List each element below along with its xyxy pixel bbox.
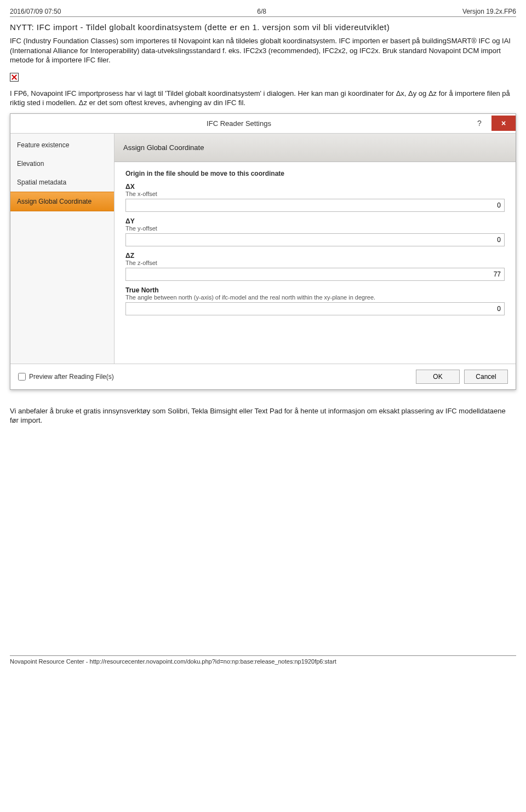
help-icon[interactable]: ? [467,116,491,131]
dialog-titlebar: IFC Reader Settings ? × [10,114,516,134]
dialog-sidebar: Feature existence Elevation Spatial meta… [10,134,115,364]
panel-banner: Assign Global Coordinate [115,134,516,162]
header-version: Versjon 19.2x.FP6 [462,8,516,15]
dx-label: ΔX [125,183,505,191]
cancel-button[interactable]: Cancel [464,370,508,384]
close-icon[interactable]: × [491,116,516,131]
section-heading: NYTT: IFC import - Tildel globalt koordi… [10,22,516,32]
page-header: 2016/07/09 07:50 6/8 Versjon 19.2x.FP6 [10,8,516,17]
field-group-dz: ΔZ The z-offset [125,252,505,281]
dx-hint: The x-offset [125,191,505,197]
page-footer: Novapoint Resource Center - http://resou… [10,655,516,665]
dialog-title-text: IFC Reader Settings [163,119,315,128]
broken-image-icon [10,73,19,82]
paragraph-2: I FP6, Novapoint IFC importprosess har v… [10,89,516,108]
sidebar-item-feature-existence[interactable]: Feature existence [10,136,114,154]
form-intro: Origin in the file should be move to thi… [125,170,505,177]
ifc-reader-settings-dialog: IFC Reader Settings ? × Feature existenc… [10,113,516,390]
ok-button[interactable]: OK [416,370,460,384]
true-north-hint: The angle between north (y-axis) of ifc-… [125,294,505,301]
preview-checkbox-wrapper[interactable]: Preview after Reading File(s) [18,373,114,381]
dz-label: ΔZ [125,252,505,260]
true-north-label: True North [125,286,505,294]
dy-input[interactable] [125,233,505,246]
dy-hint: The y-offset [125,225,505,232]
sidebar-item-assign-global-coordinate[interactable]: Assign Global Coordinate [10,192,114,211]
true-north-input[interactable] [125,302,505,315]
sidebar-item-spatial-metadata[interactable]: Spatial metadata [10,173,114,192]
preview-checkbox[interactable] [18,373,26,381]
paragraph-1: IFC (Industry Foundation Classes) som im… [10,36,516,65]
panel-banner-text: Assign Global Coordinate [123,143,204,152]
dz-input[interactable] [125,268,505,281]
field-group-true-north: True North The angle between north (y-ax… [125,286,505,315]
dz-hint: The z-offset [125,260,505,266]
field-group-dx: ΔX The x-offset [125,183,505,212]
sidebar-item-elevation[interactable]: Elevation [10,154,114,173]
dy-label: ΔY [125,217,505,225]
header-page-number: 6/8 [257,8,266,15]
paragraph-3: Vi anbefaler å bruke et gratis innsynsve… [10,406,516,425]
dx-input[interactable] [125,199,505,212]
header-timestamp: 2016/07/09 07:50 [10,8,61,15]
preview-checkbox-label: Preview after Reading File(s) [29,373,114,381]
dialog-footer: Preview after Reading File(s) OK Cancel [10,364,516,389]
field-group-dy: ΔY The y-offset [125,217,505,246]
